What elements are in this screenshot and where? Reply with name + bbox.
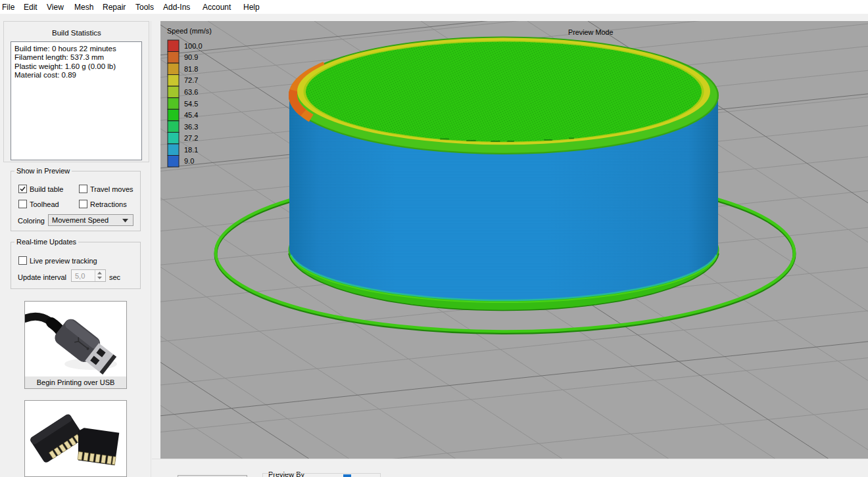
svg-text:9.0: 9.0 bbox=[184, 157, 194, 165]
svg-text:81.8: 81.8 bbox=[184, 65, 198, 73]
svg-text:27.2: 27.2 bbox=[184, 134, 198, 142]
svg-text:54.5: 54.5 bbox=[184, 100, 198, 108]
svg-text:Speed (mm/s): Speed (mm/s) bbox=[167, 27, 212, 35]
svg-text:100.0: 100.0 bbox=[184, 42, 203, 50]
svg-text:72.7: 72.7 bbox=[184, 76, 198, 84]
svg-text:63.6: 63.6 bbox=[184, 88, 198, 96]
svg-text:18.1: 18.1 bbox=[184, 146, 198, 154]
svg-text:Preview Mode: Preview Mode bbox=[568, 28, 613, 36]
svg-text:45.4: 45.4 bbox=[184, 111, 198, 119]
svg-text:90.9: 90.9 bbox=[184, 53, 198, 61]
svg-text:36.3: 36.3 bbox=[184, 123, 198, 131]
